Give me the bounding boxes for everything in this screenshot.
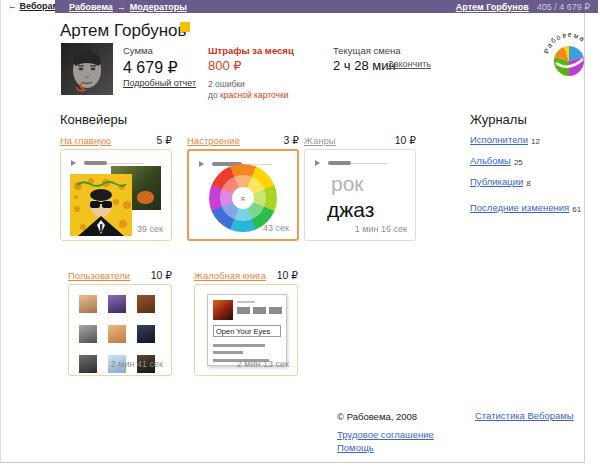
- card-box-genres[interactable]: рок джаз 1 мин 16 сек: [304, 149, 416, 241]
- sum-value: 4 679 ₽: [123, 58, 178, 77]
- journal-count: 12: [531, 137, 540, 146]
- card-box-mood[interactable]: я 43 сек: [187, 149, 299, 241]
- conveyor-card-complaints: Жалобная книга 10 ₽ Open Your Eyes: [194, 269, 298, 376]
- genre-word-jazz: джаз: [327, 198, 374, 222]
- card-price: 3 ₽: [284, 134, 299, 146]
- card-price: 5 ₽: [157, 134, 172, 146]
- page: ← Веборама Рабовема→Модераторы Артем Гор…: [0, 0, 600, 474]
- shift-label: Текущая смена: [333, 45, 401, 56]
- journals-title: Журналы: [470, 112, 527, 127]
- progress-bar: [328, 161, 351, 165]
- album-art-front: [70, 174, 132, 236]
- card-box-users[interactable]: 2 мин 41 сек: [68, 284, 172, 376]
- user-avatar-thumb: [108, 325, 126, 343]
- progress-bar: [84, 161, 107, 165]
- fines-label: Штрафы за месяц: [208, 45, 294, 56]
- topbar-user-link[interactable]: Артем Горбунов: [456, 2, 529, 12]
- fines-errors: 2 ошибки: [208, 79, 245, 89]
- fines-to: до: [208, 90, 218, 100]
- copyright: © Рабовема, 2008: [337, 411, 417, 422]
- button-placeholders: [237, 307, 282, 314]
- red-card-link[interactable]: красной карточки: [220, 90, 288, 100]
- journal-link-recent-changes[interactable]: Последние изменения: [470, 202, 569, 213]
- genre-word-rock: рок: [331, 172, 364, 196]
- stats-link[interactable]: Статистика Веборамы: [475, 410, 574, 421]
- color-wheel-center: я: [232, 187, 254, 209]
- user-avatar-thumb: [137, 325, 155, 343]
- card-link-main[interactable]: На главную: [60, 135, 111, 146]
- journal-count: 61: [572, 205, 581, 214]
- journal-count: 25: [514, 158, 523, 167]
- card-time: 2 мин 13 сек: [237, 359, 289, 369]
- card-price: 10 ₽: [395, 134, 416, 146]
- topbar-balance: 405 / 4 679 ₽: [537, 2, 590, 12]
- card-time: 39 сек: [137, 224, 163, 234]
- preview-title-field: Open Your Eyes: [213, 325, 281, 337]
- breadcrumb-moderators[interactable]: Модераторы: [130, 2, 187, 12]
- card-price: 10 ₽: [277, 269, 298, 281]
- conveyors-title: Конвейеры: [60, 112, 127, 127]
- card-link-mood[interactable]: Настроение: [187, 135, 240, 146]
- user-avatar-thumb: [79, 325, 97, 343]
- journal-link-albums[interactable]: Альбомы: [470, 155, 511, 166]
- page-preview: Open Your Eyes: [207, 294, 287, 366]
- journal-link-artists[interactable]: Исполнители: [470, 134, 528, 145]
- card-link-complaints[interactable]: Жалобная книга: [194, 270, 266, 281]
- album-thumb: [213, 300, 233, 320]
- card-time: 2 мин 41 сек: [111, 359, 163, 369]
- color-wheel: я: [209, 164, 277, 232]
- detailed-report-link[interactable]: Подробный отчет: [123, 78, 196, 88]
- card-link-genres[interactable]: Жанры: [304, 135, 336, 146]
- breadcrumb-rabovema[interactable]: Рабовема: [69, 2, 113, 12]
- rabovema-logo: Рабовема: [542, 25, 596, 79]
- card-time: 43 сек: [263, 223, 289, 233]
- journal-count: 8: [526, 179, 530, 188]
- fines-value: 800 ₽: [208, 58, 294, 73]
- conveyor-card-mood: Настроение 3 ₽ я 43 сек: [187, 134, 299, 241]
- finish-shift-link[interactable]: Закончить: [388, 59, 431, 69]
- journals-list: Исполнители12 Альбомы25 Публикации8 Посл…: [470, 134, 595, 223]
- card-box-main[interactable]: 39 сек: [60, 149, 172, 241]
- user-avatar-thumb: [137, 295, 155, 313]
- top-bar: Рабовема→Модераторы Артем Горбунов 405 /…: [55, 0, 598, 13]
- conveyor-card-main: На главную 5 ₽: [60, 134, 172, 241]
- logo-wheel-icon: [554, 46, 584, 76]
- avatar: [61, 43, 113, 95]
- agreement-link[interactable]: Трудовое соглашение: [337, 429, 434, 440]
- help-link[interactable]: Помощь: [337, 442, 374, 453]
- play-icon: [315, 160, 320, 166]
- yellow-card-badge: [180, 22, 190, 32]
- card-link-users[interactable]: Пользователи: [68, 270, 130, 281]
- play-icon: [199, 161, 204, 167]
- card-box-complaints[interactable]: Open Your Eyes 2 мин 13 сек: [194, 284, 298, 376]
- card-price: 10 ₽: [151, 269, 172, 281]
- user-avatar-thumb: [79, 355, 97, 373]
- journal-link-publications[interactable]: Публикации: [470, 176, 523, 187]
- card-time: 1 мин 16 сек: [355, 224, 407, 234]
- page-title: Артем Горбунов: [60, 21, 187, 41]
- conveyor-card-genres: Жанры 10 ₽ рок джаз 1 мин 16 сек: [304, 134, 416, 241]
- breadcrumb-arrow-icon: →: [117, 2, 126, 12]
- user-avatar-thumb: [79, 295, 97, 313]
- sum-label: Сумма: [123, 45, 178, 56]
- conveyor-card-users: Пользователи 10 ₽ 2 мин 41 сек: [68, 269, 172, 376]
- play-icon: [71, 160, 76, 166]
- back-arrow-icon: ←: [8, 1, 17, 11]
- mini-player: [315, 159, 415, 167]
- user-avatar-thumb: [108, 295, 126, 313]
